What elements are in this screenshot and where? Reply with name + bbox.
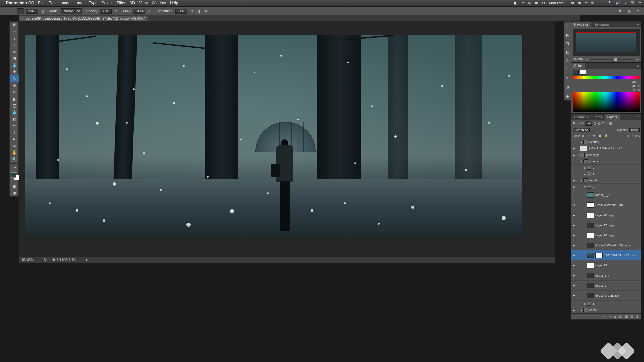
pen-tool[interactable]: ✒ bbox=[10, 122, 19, 129]
layer-row[interactable]: ●Grass & Weeds (13) copy bbox=[571, 240, 641, 250]
folder-icon[interactable] bbox=[587, 166, 591, 170]
layer-row[interactable]: ●▾2 bbox=[571, 184, 641, 190]
actions-panel-icon[interactable]: ▶ bbox=[564, 31, 571, 39]
gradient-tool[interactable]: ▤ bbox=[10, 102, 19, 109]
filter-adjust-icon[interactable]: ◐ bbox=[598, 122, 601, 125]
wifi-icon[interactable]: ⋮⋮ bbox=[604, 1, 611, 5]
character-panel-icon[interactable]: A bbox=[564, 57, 571, 65]
layer-thumbnail[interactable] bbox=[587, 273, 594, 278]
blur-tool[interactable]: 💧 bbox=[10, 109, 19, 116]
folder-icon[interactable] bbox=[583, 159, 588, 163]
status-arrow-icon[interactable]: ▸ bbox=[86, 258, 88, 262]
eraser-tool[interactable]: ◧ bbox=[10, 96, 19, 102]
folder-icon[interactable] bbox=[587, 302, 591, 306]
filter-smart-icon[interactable]: ▣ bbox=[609, 122, 612, 125]
new-layer-icon[interactable]: ⊞ bbox=[630, 315, 633, 318]
zoom-out-icon[interactable]: ▲ bbox=[586, 58, 589, 61]
filter-kind-select[interactable] bbox=[585, 121, 592, 126]
layer-row[interactable]: ▸2 bbox=[571, 165, 641, 171]
workspace-icon[interactable]: ▣ bbox=[627, 9, 632, 14]
layer-blend-mode[interactable]: Screen bbox=[573, 128, 590, 132]
layer-thumbnail[interactable] bbox=[587, 223, 594, 228]
layer-style-icon[interactable]: fx bbox=[609, 315, 611, 318]
layer-row[interactable]: ●forest_2_z bbox=[571, 270, 641, 281]
opacity-field[interactable]: 30% bbox=[100, 9, 112, 14]
menu-file[interactable]: File bbox=[38, 1, 44, 5]
brush-size-field[interactable]: 284 bbox=[26, 9, 38, 14]
menu-filter[interactable]: Filter bbox=[117, 1, 126, 5]
layer-thumbnail[interactable] bbox=[587, 192, 594, 198]
tab-histogram[interactable]: Histogram bbox=[591, 22, 612, 27]
layer-name[interactable]: Black & White 1 copy 3 bbox=[591, 147, 641, 150]
hand-tool[interactable]: ✋ bbox=[10, 149, 19, 156]
expand-arrow-icon[interactable]: ▾ bbox=[583, 185, 587, 188]
layer-visibility-icon[interactable]: ● bbox=[571, 243, 577, 247]
document-tab[interactable]: × patreon09_paintover.psd @ 96.6% (15813… bbox=[19, 16, 148, 21]
layer-name[interactable]: Layer 20 copy bbox=[595, 214, 641, 217]
move-tool[interactable]: ✥ bbox=[10, 22, 19, 28]
layer-visibility-icon[interactable]: ● bbox=[571, 185, 577, 189]
menu-image[interactable]: Image bbox=[59, 1, 70, 5]
layer-row[interactable]: ●Layer 17 copyfx ▾ bbox=[571, 220, 641, 230]
folder-icon[interactable] bbox=[583, 178, 588, 182]
layer-visibility-icon[interactable]: ● bbox=[571, 308, 577, 312]
tab-layers[interactable]: Layers bbox=[605, 114, 620, 120]
bluetooth-icon[interactable]: ᛒ bbox=[624, 1, 627, 5]
menu-window[interactable]: Window bbox=[152, 1, 166, 5]
filter-shape-icon[interactable]: ▱ bbox=[605, 122, 608, 125]
layer-visibility-icon[interactable]: ● bbox=[571, 153, 577, 157]
layer-name[interactable]: Layer 18 copy bbox=[595, 234, 641, 237]
history-panel-icon[interactable]: ≡ bbox=[564, 22, 571, 31]
layer-name[interactable]: clouds bbox=[589, 160, 641, 163]
tab-channels[interactable]: Channels bbox=[571, 114, 591, 120]
share-icon[interactable]: ⇪ bbox=[635, 9, 641, 14]
expand-arrow-icon[interactable]: ▸ bbox=[580, 309, 583, 312]
layer-mask-icon[interactable]: ◙ bbox=[614, 315, 616, 318]
layer-name[interactable]: coast bbox=[589, 308, 641, 312]
app-name[interactable]: Photoshop CC bbox=[6, 1, 34, 5]
link-layers-icon[interactable]: ⇔ bbox=[603, 315, 606, 318]
zoom-in-icon[interactable]: ▲ bbox=[636, 58, 639, 61]
layer-row[interactable]: ●▸post copy 8 bbox=[571, 152, 641, 158]
status-icon[interactable]: ⊞ bbox=[535, 1, 538, 5]
layer-thumbnail[interactable] bbox=[587, 213, 594, 218]
smoothing-options-icon[interactable]: ⚙ bbox=[189, 9, 195, 14]
navigator-zoom[interactable]: 96.65% bbox=[573, 58, 584, 61]
hue-value[interactable]: 210 bbox=[628, 80, 637, 83]
menu-3d[interactable]: 3D bbox=[130, 1, 135, 5]
status-icon[interactable]: ≡ bbox=[585, 1, 587, 5]
menu-select[interactable]: Select bbox=[102, 1, 113, 5]
bri-value[interactable]: 22 bbox=[627, 88, 636, 92]
shape-tool[interactable]: ▭ bbox=[10, 142, 19, 149]
paragraph-panel-icon[interactable]: ¶ bbox=[564, 65, 571, 74]
layer-name[interactable]: Layer 17 copy bbox=[595, 224, 636, 227]
lock-all-icon[interactable]: 🔒 bbox=[604, 134, 608, 138]
layer-name[interactable]: 1581399264…432_o copy bbox=[604, 254, 636, 257]
lock-transparency-icon[interactable]: ▦ bbox=[582, 134, 586, 138]
layer-visibility-icon[interactable]: ● bbox=[571, 233, 577, 237]
hue-slider[interactable] bbox=[573, 76, 640, 79]
layer-name[interactable]: forest_2 bbox=[595, 284, 641, 287]
layer-row[interactable]: ●1581399264…432_o copyfx ▾ bbox=[571, 250, 641, 260]
dropbox-icon[interactable]: ⧉ bbox=[528, 1, 531, 5]
siri-icon[interactable]: ≡ bbox=[639, 1, 641, 5]
layer-thumbnail[interactable] bbox=[587, 283, 594, 288]
layer-row[interactable]: ●▸coast bbox=[571, 307, 641, 313]
expand-arrow-icon[interactable]: ▸ bbox=[583, 173, 587, 176]
layer-mask-thumbnail[interactable] bbox=[595, 253, 603, 258]
battery-icon[interactable]: ▭ bbox=[571, 1, 574, 5]
layer-row[interactable]: ●forest_2_denoise bbox=[571, 291, 641, 301]
eyedropper-tool[interactable]: 💧 bbox=[10, 62, 19, 69]
marquee-tool[interactable]: ▭ bbox=[10, 28, 19, 35]
menu-edit[interactable]: Edit bbox=[49, 1, 56, 5]
flow-field[interactable]: 100% bbox=[133, 9, 145, 14]
properties-panel-icon[interactable]: ⊟ bbox=[564, 39, 571, 48]
pressure-size-icon[interactable]: ◑ bbox=[197, 9, 202, 14]
status-icon[interactable]: ◧ bbox=[514, 1, 517, 5]
layer-row[interactable]: ▸overlay bbox=[571, 139, 641, 145]
navigator-thumbnail[interactable] bbox=[576, 32, 636, 52]
sat-value[interactable]: 28 bbox=[627, 84, 636, 87]
canvas[interactable]: 96.65% Scratch: 8.11G/41.1G ▸ bbox=[19, 21, 555, 263]
layer-thumbnail[interactable] bbox=[587, 293, 594, 298]
folder-icon[interactable] bbox=[580, 153, 585, 157]
